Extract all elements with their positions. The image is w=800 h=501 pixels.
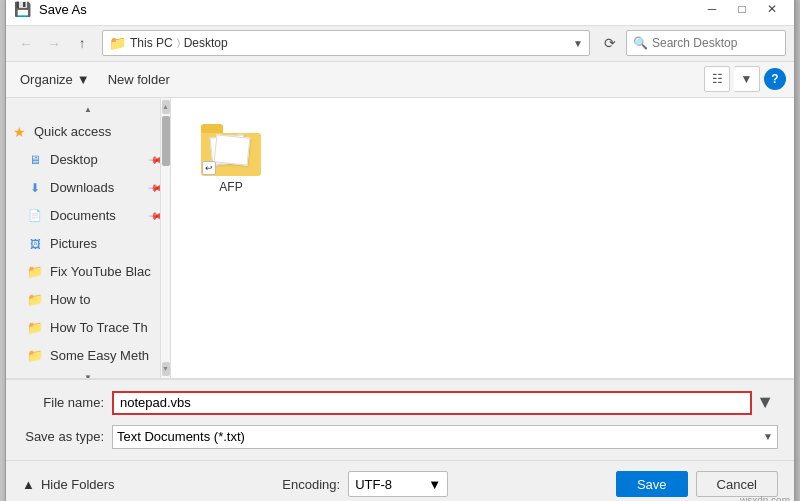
encoding-dropdown-arrow: ▼ bbox=[428, 477, 441, 492]
sidebar-label-desktop: Desktop bbox=[50, 152, 144, 167]
sidebar-item-documents[interactable]: 📄 Documents 📌 bbox=[6, 202, 170, 230]
sidebar-item-how-to-trace[interactable]: 📁 How To Trace Th bbox=[6, 314, 170, 342]
documents-icon: 📄 bbox=[26, 207, 44, 225]
quick-access-icon: ★ bbox=[10, 123, 28, 141]
sidebar-item-quick-access[interactable]: ★ Quick access bbox=[6, 118, 170, 146]
hide-folders-label: Hide Folders bbox=[41, 477, 115, 492]
breadcrumb-sep1: 〉 bbox=[177, 37, 180, 49]
sidebar-label-how-to: How to bbox=[50, 292, 162, 307]
view-dropdown-button[interactable]: ▼ bbox=[734, 66, 760, 92]
pictures-icon: 🖼 bbox=[26, 235, 44, 253]
page-2 bbox=[214, 134, 251, 165]
address-folder-icon: 📁 bbox=[109, 35, 126, 51]
forward-icon: → bbox=[47, 36, 60, 51]
how-to-folder-icon: 📁 bbox=[26, 291, 44, 309]
filename-dropdown-btn[interactable]: ▼ bbox=[752, 392, 778, 413]
sidebar-label-how-to-trace: How To Trace Th bbox=[50, 320, 162, 335]
footer-right: Save Cancel bbox=[616, 471, 778, 497]
filetype-dropdown-arrow: ▼ bbox=[763, 431, 773, 442]
filename-row: File name: ▼ bbox=[22, 388, 778, 418]
encoding-value: UTF-8 bbox=[355, 477, 392, 492]
maximize-button[interactable]: □ bbox=[728, 0, 756, 23]
sidebar-item-fix-youtube[interactable]: 📁 Fix YouTube Blac bbox=[6, 258, 170, 286]
file-grid: ↩ AFP bbox=[181, 108, 784, 210]
save-as-dialog: 💾 Save As ─ □ ✕ ← → ↑ 📁 This PC 〉 Deskto… bbox=[5, 0, 795, 501]
scrollbar-down-btn[interactable]: ▼ bbox=[162, 362, 170, 376]
sidebar-item-pictures[interactable]: 🖼 Pictures bbox=[6, 230, 170, 258]
hide-folders-chevron-icon: ▲ bbox=[22, 477, 35, 492]
afp-folder-icon: ↩ bbox=[201, 124, 261, 176]
scrollbar-thumb[interactable] bbox=[162, 116, 170, 166]
sidebar: ▲ ★ Quick access 🖥 Desktop 📌 ⬇ Downloads… bbox=[6, 98, 171, 378]
shortcut-arrow-icon: ↩ bbox=[202, 161, 216, 175]
refresh-icon: ⟳ bbox=[604, 35, 616, 51]
hide-folders-btn[interactable]: ▲ Hide Folders bbox=[22, 477, 115, 492]
filename-label: File name: bbox=[22, 395, 112, 410]
main-content: ▲ ★ Quick access 🖥 Desktop 📌 ⬇ Downloads… bbox=[6, 98, 794, 378]
file-item-afp[interactable]: ↩ AFP bbox=[191, 118, 271, 200]
scroll-down-arrow[interactable]: ▼ bbox=[6, 370, 170, 378]
up-button[interactable]: ↑ bbox=[70, 31, 94, 55]
sidebar-item-desktop[interactable]: 🖥 Desktop 📌 bbox=[6, 146, 170, 174]
footer-center: Encoding: UTF-8 ▼ bbox=[115, 471, 616, 497]
organize-dropdown-icon: ▼ bbox=[77, 72, 90, 87]
nav-toolbar: ← → ↑ 📁 This PC 〉 Desktop ▼ ⟳ 🔍 bbox=[6, 26, 794, 62]
sidebar-label-fix-youtube: Fix YouTube Blac bbox=[50, 264, 162, 279]
filetype-value: Text Documents (*.txt) bbox=[117, 429, 245, 444]
breadcrumb-desktop: Desktop bbox=[184, 36, 228, 50]
action-bar: Organize ▼ New folder ☷ ▼ ? bbox=[6, 62, 794, 98]
save-button[interactable]: Save bbox=[616, 471, 688, 497]
new-folder-button[interactable]: New folder bbox=[100, 66, 178, 92]
search-input[interactable] bbox=[652, 36, 779, 50]
address-dropdown-arrow[interactable]: ▼ bbox=[573, 38, 583, 49]
sidebar-item-downloads[interactable]: ⬇ Downloads 📌 bbox=[6, 174, 170, 202]
view-icon: ☷ bbox=[712, 72, 723, 86]
afp-label: AFP bbox=[219, 180, 242, 194]
title-bar: 💾 Save As ─ □ ✕ bbox=[6, 0, 794, 26]
filetype-dropdown[interactable]: Text Documents (*.txt) ▼ bbox=[112, 425, 778, 449]
minimize-button[interactable]: ─ bbox=[698, 0, 726, 23]
sidebar-item-some-easy[interactable]: 📁 Some Easy Meth bbox=[6, 342, 170, 370]
back-icon: ← bbox=[19, 36, 32, 51]
up-icon: ↑ bbox=[79, 36, 86, 51]
footer: ▲ Hide Folders Encoding: UTF-8 ▼ Save Ca… bbox=[6, 460, 794, 502]
view-dropdown-icon: ▼ bbox=[741, 72, 753, 86]
search-icon: 🔍 bbox=[633, 36, 648, 50]
help-button[interactable]: ? bbox=[764, 68, 786, 90]
scroll-up-icon: ▲ bbox=[84, 105, 92, 114]
action-bar-left: Organize ▼ New folder bbox=[14, 66, 178, 92]
filetype-label: Save as type: bbox=[22, 429, 112, 444]
sidebar-label-pictures: Pictures bbox=[50, 236, 162, 251]
address-bar[interactable]: 📁 This PC 〉 Desktop ▼ bbox=[102, 30, 590, 56]
title-bar-left: 💾 Save As bbox=[14, 1, 87, 17]
dialog-title: Save As bbox=[39, 2, 87, 17]
sidebar-label-some-easy: Some Easy Meth bbox=[50, 348, 162, 363]
filename-input[interactable] bbox=[112, 391, 752, 415]
bottom-form: File name: ▼ Save as type: Text Document… bbox=[6, 379, 794, 460]
cancel-button[interactable]: Cancel bbox=[696, 471, 778, 497]
watermark: wsxdn.com bbox=[740, 495, 790, 502]
dialog-icon: 💾 bbox=[14, 1, 31, 17]
view-button[interactable]: ☷ bbox=[704, 66, 730, 92]
encoding-label: Encoding: bbox=[282, 477, 340, 492]
scroll-up-arrow[interactable]: ▲ bbox=[6, 102, 170, 118]
forward-button[interactable]: → bbox=[42, 31, 66, 55]
close-button[interactable]: ✕ bbox=[758, 0, 786, 23]
sidebar-item-how-to[interactable]: 📁 How to bbox=[6, 286, 170, 314]
encoding-dropdown[interactable]: UTF-8 ▼ bbox=[348, 471, 448, 497]
folder-tab bbox=[201, 124, 223, 133]
sidebar-scrollbar[interactable]: ▲ ▼ bbox=[160, 98, 170, 378]
sidebar-label-quick-access: Quick access bbox=[34, 124, 162, 139]
action-bar-right: ☷ ▼ ? bbox=[704, 66, 786, 92]
scroll-down-icon: ▼ bbox=[84, 373, 92, 378]
refresh-button[interactable]: ⟳ bbox=[598, 31, 622, 55]
organize-button[interactable]: Organize ▼ bbox=[14, 66, 96, 92]
scrollbar-up-btn[interactable]: ▲ bbox=[162, 100, 170, 114]
file-area: ↩ AFP bbox=[171, 98, 794, 378]
search-box[interactable]: 🔍 bbox=[626, 30, 786, 56]
sidebar-label-documents: Documents bbox=[50, 208, 144, 223]
downloads-icon: ⬇ bbox=[26, 179, 44, 197]
back-button[interactable]: ← bbox=[14, 31, 38, 55]
how-to-trace-folder-icon: 📁 bbox=[26, 319, 44, 337]
fix-youtube-folder-icon: 📁 bbox=[26, 263, 44, 281]
